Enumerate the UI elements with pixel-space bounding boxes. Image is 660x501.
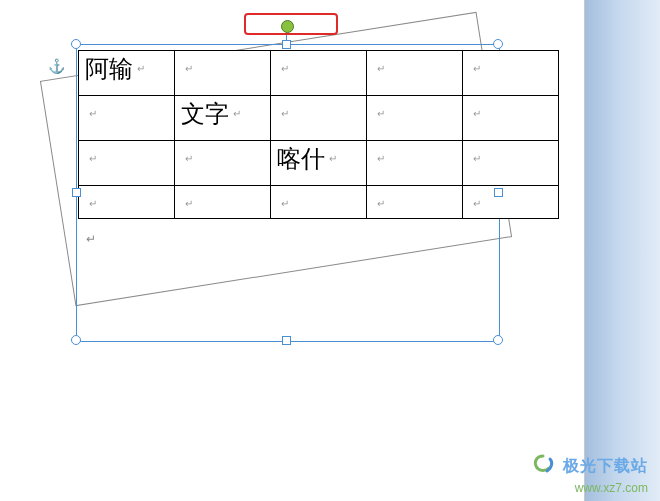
table-cell: ↵ xyxy=(175,141,271,186)
cell-mark-icon: ↵ xyxy=(473,63,481,74)
table-cell: 阿输↵ xyxy=(79,51,175,96)
table-cell: ↵ xyxy=(175,186,271,219)
table-cell: ↵ xyxy=(463,186,559,219)
table-cell: ↵ xyxy=(367,141,463,186)
cell-mark-icon: ↵ xyxy=(377,153,385,164)
cell-text: 喀什 xyxy=(277,146,325,172)
table-cell: ↵ xyxy=(271,51,367,96)
table-cell: 文字↵ xyxy=(175,96,271,141)
cell-text: 阿输 xyxy=(85,56,133,82)
cell-mark-icon: ↵ xyxy=(185,153,193,164)
table-cell: ↵ xyxy=(271,186,367,219)
resize-handle-ne[interactable] xyxy=(493,39,503,49)
app-side-gradient xyxy=(585,0,660,501)
cell-mark-icon: ↵ xyxy=(89,153,97,164)
cell-mark-icon: ↵ xyxy=(473,153,481,164)
page-right-edge xyxy=(584,0,585,501)
cell-mark-icon: ↵ xyxy=(185,198,193,209)
table-cell: ↵ xyxy=(175,51,271,96)
table-cell: ↵ xyxy=(463,96,559,141)
resize-handle-e[interactable] xyxy=(494,188,503,197)
table-cell: ↵ xyxy=(463,141,559,186)
cell-mark-icon: ↵ xyxy=(329,153,337,164)
table-cell: ↵ xyxy=(463,51,559,96)
cell-mark-icon: ↵ xyxy=(377,63,385,74)
cell-mark-icon: ↵ xyxy=(233,108,241,119)
table-cell: ↵ xyxy=(367,186,463,219)
table-cell: ↵ xyxy=(79,96,175,141)
anchor-icon: ⚓ xyxy=(48,58,65,75)
resize-handle-nw[interactable] xyxy=(71,39,81,49)
resize-handle-se[interactable] xyxy=(493,335,503,345)
resize-handle-s[interactable] xyxy=(282,336,291,345)
table-cell: ↵ xyxy=(79,186,175,219)
cell-mark-icon: ↵ xyxy=(281,198,289,209)
table-cell: ↵ xyxy=(367,51,463,96)
cell-mark-icon: ↵ xyxy=(281,63,289,74)
cell-mark-icon: ↵ xyxy=(377,108,385,119)
cell-mark-icon: ↵ xyxy=(89,108,97,119)
watermark-logo-icon xyxy=(531,453,555,481)
table-cell: ↵ xyxy=(79,141,175,186)
table-row: ↵ ↵ 喀什↵ ↵ ↵ xyxy=(79,141,559,186)
resize-handle-n[interactable] xyxy=(282,40,291,49)
cell-mark-icon: ↵ xyxy=(89,198,97,209)
table-row: 阿输↵ ↵ ↵ ↵ ↵ xyxy=(79,51,559,96)
cell-mark-icon: ↵ xyxy=(185,63,193,74)
resize-handle-w[interactable] xyxy=(72,188,81,197)
cell-mark-icon: ↵ xyxy=(377,198,385,209)
resize-handle-sw[interactable] xyxy=(71,335,81,345)
tutorial-highlight xyxy=(244,13,338,35)
table-cell: ↵ xyxy=(271,96,367,141)
cell-mark-icon: ↵ xyxy=(137,63,145,74)
cell-text: 文字 xyxy=(181,101,229,127)
cell-mark-icon: ↵ xyxy=(281,108,289,119)
table-cell: 喀什↵ xyxy=(271,141,367,186)
content-table[interactable]: 阿输↵ ↵ ↵ ↵ ↵ ↵ 文字↵ ↵ ↵ ↵ ↵ ↵ 喀什↵ ↵ ↵ ↵ ↵ … xyxy=(78,50,559,219)
paragraph-mark-icon: ↵ xyxy=(86,232,96,247)
table-cell: ↵ xyxy=(367,96,463,141)
cell-mark-icon: ↵ xyxy=(473,198,481,209)
cell-mark-icon: ↵ xyxy=(473,108,481,119)
table-row: ↵ 文字↵ ↵ ↵ ↵ xyxy=(79,96,559,141)
table-row: ↵ ↵ ↵ ↵ ↵ xyxy=(79,186,559,219)
